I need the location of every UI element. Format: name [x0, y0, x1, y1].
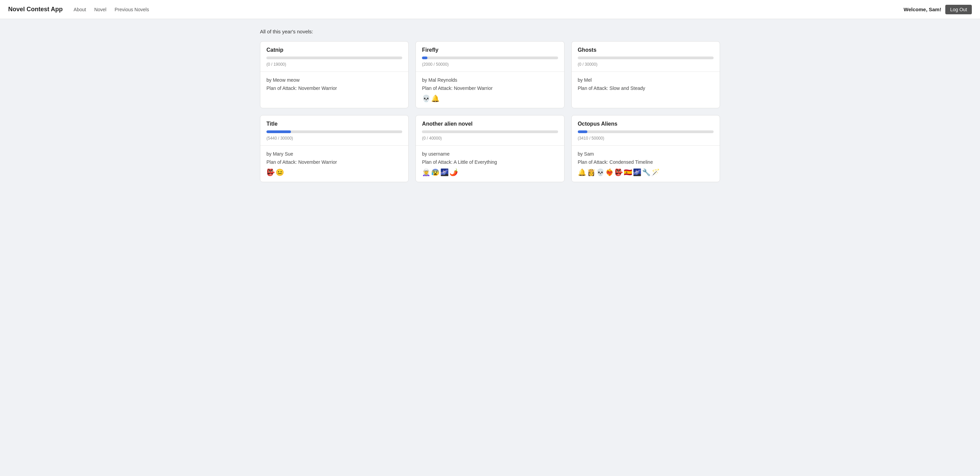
- card-top: Octopus Aliens (3410 / 50000): [572, 115, 720, 146]
- progress-text: (0 / 30000): [578, 62, 714, 67]
- card-author: by Sam: [578, 151, 714, 157]
- nav-right: Welcome, Sam! Log Out: [904, 5, 972, 14]
- navbar: Novel Contest App About Novel Previous N…: [0, 0, 980, 19]
- progress-text: (0 / 40000): [422, 136, 558, 141]
- card-emojis: 💀🔔: [422, 94, 558, 102]
- progress-bar-bg: [578, 130, 714, 133]
- card-title: Another alien novel: [422, 121, 558, 127]
- card-bottom: by Mary Sue Plan of Attack: November War…: [260, 146, 408, 182]
- card-bottom: by Sam Plan of Attack: Condensed Timelin…: [572, 146, 720, 182]
- card-top: Ghosts (0 / 30000): [572, 42, 720, 72]
- novel-card[interactable]: Catnip (0 / 19000) by Meow meow Plan of …: [260, 41, 409, 108]
- novel-card[interactable]: Another alien novel (0 / 40000) by usern…: [415, 115, 564, 182]
- progress-bar-bg: [422, 130, 558, 133]
- nav-link-previous-novels[interactable]: Previous Novels: [115, 7, 149, 12]
- card-plan: Plan of Attack: Condensed Timeline: [578, 159, 714, 165]
- card-plan: Plan of Attack: A Little of Everything: [422, 159, 558, 165]
- card-emojis: 👺😐: [266, 168, 402, 176]
- progress-bar-fill: [266, 130, 291, 133]
- card-title: Title: [266, 121, 402, 127]
- logout-button[interactable]: Log Out: [945, 5, 972, 14]
- card-top: Firefly (2000 / 50000): [416, 42, 564, 72]
- card-bottom: by Mal Reynolds Plan of Attack: November…: [416, 72, 564, 108]
- novel-card[interactable]: Title (5440 / 30000) by Mary Sue Plan of…: [260, 115, 409, 182]
- progress-bar-bg: [578, 56, 714, 59]
- progress-text: (5440 / 30000): [266, 136, 402, 141]
- welcome-text: Welcome, Sam!: [904, 6, 942, 12]
- card-top: Another alien novel (0 / 40000): [416, 115, 564, 146]
- card-author: by Mel: [578, 77, 714, 83]
- card-bottom: by username Plan of Attack: A Little of …: [416, 146, 564, 182]
- card-bottom: by Meow meow Plan of Attack: November Wa…: [260, 72, 408, 100]
- card-author: by Mary Sue: [266, 151, 402, 157]
- nav-links: About Novel Previous Novels: [73, 7, 904, 12]
- progress-text: (2000 / 50000): [422, 62, 558, 67]
- nav-link-novel[interactable]: Novel: [94, 7, 107, 12]
- card-top: Catnip (0 / 19000): [260, 42, 408, 72]
- nav-link-about[interactable]: About: [73, 7, 86, 12]
- card-author: by username: [422, 151, 558, 157]
- progress-bar-bg: [266, 56, 402, 59]
- card-plan: Plan of Attack: November Warrior: [266, 159, 402, 165]
- progress-text: (0 / 19000): [266, 62, 402, 67]
- progress-bar-bg: [422, 56, 558, 59]
- progress-bar-fill: [578, 130, 587, 133]
- page-title: All of this year's novels:: [260, 29, 720, 34]
- card-plan: Plan of Attack: November Warrior: [266, 85, 402, 91]
- card-emojis: 🧝‍♀️😰🌌🌶️: [422, 168, 558, 176]
- nav-brand: Novel Contest App: [8, 6, 63, 13]
- card-author: by Meow meow: [266, 77, 402, 83]
- main-content: All of this year's novels: Catnip (0 / 1…: [252, 19, 728, 192]
- card-title: Catnip: [266, 47, 402, 53]
- card-plan: Plan of Attack: November Warrior: [422, 85, 558, 91]
- card-top: Title (5440 / 30000): [260, 115, 408, 146]
- card-bottom: by Mel Plan of Attack: Slow and Steady: [572, 72, 720, 100]
- progress-bar-bg: [266, 130, 402, 133]
- card-title: Firefly: [422, 47, 558, 53]
- card-emojis: 🔔👸💀❤️‍🔥👺🇪🇸🌌🔧🪄: [578, 168, 714, 176]
- progress-text: (3410 / 50000): [578, 136, 714, 141]
- novels-grid: Catnip (0 / 19000) by Meow meow Plan of …: [260, 41, 720, 182]
- novel-card[interactable]: Octopus Aliens (3410 / 50000) by Sam Pla…: [571, 115, 720, 182]
- card-title: Ghosts: [578, 47, 714, 53]
- novel-card[interactable]: Firefly (2000 / 50000) by Mal Reynolds P…: [415, 41, 564, 108]
- card-author: by Mal Reynolds: [422, 77, 558, 83]
- card-plan: Plan of Attack: Slow and Steady: [578, 85, 714, 91]
- card-title: Octopus Aliens: [578, 121, 714, 127]
- progress-bar-fill: [422, 56, 427, 59]
- novel-card[interactable]: Ghosts (0 / 30000) by Mel Plan of Attack…: [571, 41, 720, 108]
